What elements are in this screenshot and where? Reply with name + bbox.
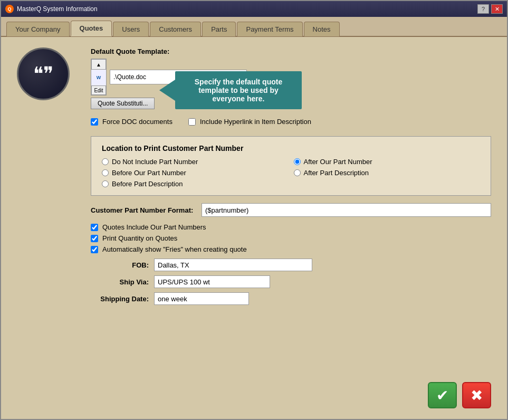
tab-parts[interactable]: Parts — [202, 22, 236, 36]
close-button[interactable]: ✕ — [491, 4, 503, 14]
location-title: Location to Print Customer Part Number — [102, 144, 480, 152]
radio-before-part-desc: Before Part Description — [102, 180, 289, 188]
radio-before-part-desc-label: Before Part Description — [112, 180, 183, 188]
force-doc-row: Force DOC documents Include Hyperlink in… — [91, 118, 491, 129]
tooltip-text: Specify the default quote template to be… — [195, 78, 282, 103]
quotes-include-row: Quotes Include Our Part Numbers — [91, 223, 491, 231]
title-bar-left: Q MasterQ System Information — [5, 5, 98, 13]
fob-label: FOB: — [91, 261, 149, 269]
title-bar-controls: ? ✕ — [477, 4, 503, 14]
print-qty-checkbox[interactable] — [91, 235, 98, 242]
radio-before-part-desc-input[interactable] — [102, 180, 109, 187]
radio-before-our-part-input[interactable] — [102, 169, 109, 176]
radio-after-our-part: After Our Part Number — [294, 158, 481, 166]
fob-section: FOB: Ship Via: Shipping Date: — [91, 259, 491, 305]
force-doc-checkbox[interactable] — [91, 118, 98, 126]
ship-via-row: Ship Via: — [91, 275, 491, 288]
tabs-bar: Your Company Quotes Users Customers Part… — [1, 17, 507, 37]
options-checkboxes: Quotes Include Our Part Numbers Print Qu… — [91, 223, 491, 253]
force-doc-label: Force DOC documents — [102, 118, 172, 126]
fob-input[interactable] — [154, 259, 312, 271]
tab-your-company[interactable]: Your Company — [6, 22, 70, 36]
tooltip-arrow — [159, 80, 175, 101]
browse-up-button[interactable]: ▲ — [91, 59, 106, 70]
title-bar: Q MasterQ System Information ? ✕ — [1, 1, 507, 17]
print-qty-label: Print Quantity on Quotes — [102, 234, 177, 242]
tooltip-box: Specify the default quote template to be… — [175, 71, 302, 109]
tab-users[interactable]: Users — [113, 22, 149, 36]
edit-icon-btn[interactable]: Edit — [91, 85, 106, 95]
format-row: Customer Part Number Format: — [91, 203, 491, 217]
quotes-include-checkbox[interactable] — [91, 224, 98, 231]
radio-do-not-include: Do Not Include Part Number — [102, 158, 289, 166]
print-qty-row: Print Quantity on Quotes — [91, 234, 491, 242]
radio-after-part-desc-input[interactable] — [294, 169, 301, 176]
app-logo: ❝❞ — [17, 47, 70, 100]
auto-fries-label: Automatically show "Fries" when creating… — [102, 245, 247, 253]
main-window: Q MasterQ System Information ? ✕ Your Co… — [0, 0, 508, 420]
help-button[interactable]: ? — [477, 4, 489, 14]
radio-after-our-part-input[interactable] — [294, 158, 301, 165]
cancel-button[interactable]: ✖ — [462, 382, 491, 408]
radio-after-part-desc-label: After Part Description — [304, 169, 369, 177]
shipping-date-row: Shipping Date: — [91, 292, 491, 305]
logo-area: ❝❞ — [17, 47, 80, 111]
radio-before-our-part: Before Our Part Number — [102, 169, 289, 177]
tab-customers[interactable]: Customers — [150, 22, 201, 36]
radio-before-our-part-label: Before Our Part Number — [112, 169, 186, 177]
ok-icon: ✔ — [436, 387, 448, 404]
radio-do-not-include-input[interactable] — [102, 158, 109, 165]
auto-fries-checkbox[interactable] — [91, 246, 98, 253]
ship-via-input[interactable] — [154, 275, 270, 288]
location-box: Location to Print Customer Part Number D… — [91, 136, 491, 196]
format-input[interactable] — [202, 203, 491, 217]
content-area: ❝❞ Default Quote Template: ▲ W Edit Quot… — [1, 37, 507, 419]
radio-grid: Do Not Include Part Number After Our Par… — [102, 158, 480, 188]
ship-via-label: Ship Via: — [91, 278, 149, 286]
format-label: Customer Part Number Format: — [91, 206, 196, 214]
app-icon: Q — [5, 5, 14, 13]
radio-after-our-part-label: After Our Part Number — [304, 158, 372, 166]
radio-do-not-include-label: Do Not Include Part Number — [112, 158, 198, 166]
browse-btn[interactable]: W — [91, 70, 106, 85]
quote-substitution-button[interactable]: Quote Substituti... — [91, 98, 155, 109]
window-title: MasterQ System Information — [17, 5, 98, 13]
bottom-buttons: ✔ ✖ — [428, 382, 491, 408]
main-form: Default Quote Template: ▲ W Edit Quote S… — [91, 47, 491, 305]
logo-icon: ❝❞ — [33, 63, 53, 85]
auto-fries-row: Automatically show "Fries" when creating… — [91, 245, 491, 253]
shipping-date-label: Shipping Date: — [91, 295, 149, 303]
hyperlink-checkbox-row: Include Hyperlink in Item Description — [188, 118, 311, 126]
force-doc-checkbox-row: Force DOC documents — [91, 118, 172, 126]
cancel-icon: ✖ — [471, 387, 483, 404]
shipping-date-input[interactable] — [154, 292, 249, 305]
fob-row: FOB: — [91, 259, 491, 271]
hyperlink-label: Include Hyperlink in Item Description — [200, 118, 311, 126]
tab-notes[interactable]: Notes — [304, 22, 340, 36]
radio-after-part-desc: After Part Description — [294, 169, 481, 177]
template-section-label: Default Quote Template: — [91, 47, 491, 55]
ok-button[interactable]: ✔ — [428, 382, 457, 408]
tooltip-container: Specify the default quote template to be… — [175, 71, 302, 109]
hyperlink-checkbox[interactable] — [188, 118, 196, 126]
tab-quotes[interactable]: Quotes — [71, 21, 112, 36]
tab-payment-terms[interactable]: Payment Terms — [237, 22, 302, 36]
quotes-include-label: Quotes Include Our Part Numbers — [102, 223, 206, 231]
